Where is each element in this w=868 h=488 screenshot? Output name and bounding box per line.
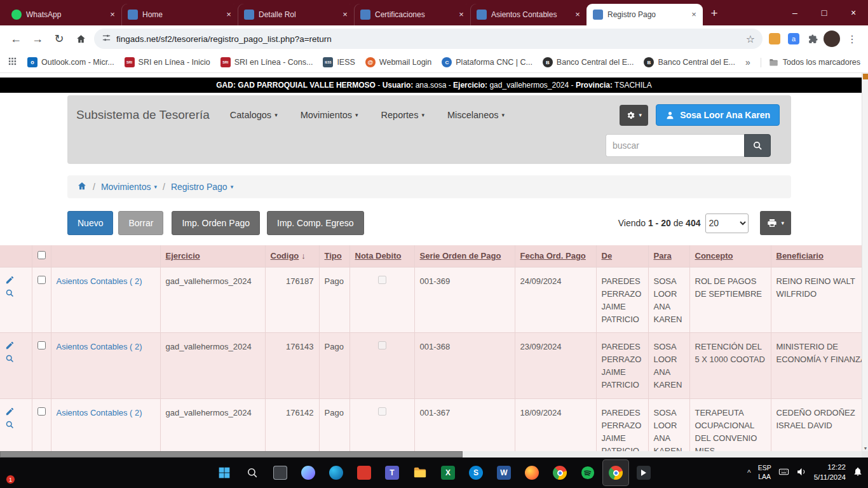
tab-whatsapp[interactable]: WhatsApp × (5, 4, 121, 25)
extension-gold-icon[interactable] (765, 29, 784, 48)
firefox-icon[interactable] (519, 459, 545, 486)
app-title[interactable]: Subsistema de Tesorería (76, 108, 210, 122)
sort-ejercicio[interactable]: Ejercicio (166, 251, 200, 261)
bookmark-star-icon[interactable]: ☆ (746, 33, 755, 45)
excel-icon[interactable]: X (435, 459, 461, 486)
file-explorer-icon[interactable] (407, 459, 433, 486)
browser-menu-icon[interactable]: ⋮ (841, 28, 863, 50)
chrome-active-icon[interactable] (602, 459, 629, 486)
row-checkbox[interactable] (37, 341, 46, 349)
imp-comp-egreso-button[interactable]: Imp. Comp. Egreso (267, 211, 364, 235)
sort-beneficiario[interactable]: Beneficiario (776, 251, 824, 261)
vertical-scrollbar[interactable]: ▼ (862, 73, 868, 451)
apps-grid-icon[interactable] (8, 57, 17, 68)
sort-para[interactable]: Para (654, 251, 672, 261)
tab-close-icon[interactable]: × (224, 10, 234, 20)
site-settings-icon[interactable] (102, 33, 111, 45)
chrome-icon[interactable] (546, 459, 573, 486)
all-bookmarks[interactable]: Todos los marcadores (761, 58, 860, 67)
vertical-scrollbar-thumb[interactable] (863, 74, 868, 79)
menu-catalogos[interactable]: Catalogos▾ (230, 110, 278, 120)
horizontal-scrollbar-thumb[interactable] (0, 451, 463, 458)
notifications-bell-icon[interactable] (853, 466, 863, 479)
select-all-checkbox[interactable] (37, 251, 46, 259)
bookmark-cnc[interactable]: CPlataforma CNC | C... (442, 57, 532, 67)
skype-icon[interactable]: S (463, 459, 489, 486)
language-indicator[interactable]: ESP LAA (758, 464, 771, 481)
settings-gear-button[interactable]: ▾ (620, 105, 649, 126)
breadcrumb-registro-pago[interactable]: Registro Pago▾ (171, 182, 233, 192)
page-size-select[interactable]: 20 (705, 214, 749, 233)
row-checkbox[interactable] (37, 276, 46, 284)
red-app-icon[interactable] (351, 459, 377, 486)
reload-button[interactable]: ↻ (48, 28, 70, 50)
maximize-button[interactable]: □ (810, 0, 839, 25)
minimize-button[interactable]: – (780, 0, 810, 25)
copilot-icon[interactable] (295, 459, 322, 486)
bookmark-sri-inicio[interactable]: SRISRI en Línea - Inicio (125, 57, 210, 67)
sort-codigo[interactable]: Codigo (271, 251, 299, 261)
tab-close-icon[interactable]: × (107, 10, 118, 20)
start-button[interactable] (211, 459, 238, 486)
clock[interactable]: 12:22 5/11/2024 (814, 463, 846, 482)
sort-serie[interactable]: Serie Orden de Pago (420, 251, 501, 261)
teams-icon[interactable]: T (379, 459, 405, 486)
tab-close-icon[interactable]: × (456, 10, 466, 20)
menu-reportes[interactable]: Reportes▾ (381, 110, 424, 120)
tab-detalle-rol[interactable]: Detalle Rol × (238, 4, 354, 25)
asientos-contables-link[interactable]: Asientos Contables ( 2) (57, 276, 142, 286)
back-button[interactable]: ← (5, 28, 27, 50)
sort-de[interactable]: De (602, 251, 613, 261)
user-account-button[interactable]: Sosa Loor Ana Karen (656, 104, 780, 126)
view-icon[interactable] (5, 420, 15, 433)
extensions-puzzle-icon[interactable] (803, 29, 822, 48)
taskbar-search-icon[interactable] (239, 459, 266, 486)
asientos-contables-link[interactable]: Asientos Contables ( 2) (57, 408, 142, 417)
sort-fecha[interactable]: Fecha Ord. Pago (520, 251, 586, 261)
view-icon[interactable] (5, 354, 15, 367)
menu-movimientos[interactable]: Movimientos▾ (301, 110, 358, 120)
word-icon[interactable]: W (491, 459, 517, 486)
tab-registro-pago-active[interactable]: Registro Pago × (587, 4, 703, 25)
tab-close-icon[interactable]: × (573, 10, 583, 20)
edit-icon[interactable] (5, 407, 15, 420)
bookmark-sri-consultas[interactable]: SRISRI en Línea - Cons... (220, 57, 313, 67)
task-view-icon[interactable] (267, 459, 294, 486)
tab-close-icon[interactable]: × (340, 10, 350, 20)
search-input[interactable] (606, 134, 744, 157)
tab-home[interactable]: Home × (121, 4, 238, 25)
bookmark-banco-central-1[interactable]: BBanco Central del E... (543, 57, 634, 67)
translate-icon[interactable]: a (784, 29, 803, 48)
bookmark-iess[interactable]: IESSIESS (323, 57, 355, 67)
forward-button[interactable]: → (27, 28, 48, 50)
imp-orden-pago-button[interactable]: Imp. Orden Pago (172, 211, 260, 235)
horizontal-scrollbar[interactable] (0, 451, 862, 458)
edit-icon[interactable] (5, 275, 15, 288)
tab-asientos-contables[interactable]: Asientos Contables × (470, 4, 587, 25)
bookmark-webmail[interactable]: @Webmail Login (365, 57, 431, 67)
edge-icon[interactable] (323, 459, 349, 486)
sort-nota-debito[interactable]: Nota Debito (355, 251, 402, 261)
print-button[interactable]: ▾ (760, 211, 791, 235)
url-text[interactable]: fingads.net/sf2/tesoreria/registro_pago_… (116, 34, 741, 44)
profile-avatar[interactable] (824, 30, 840, 47)
breadcrumb-home-icon[interactable] (77, 181, 87, 193)
sort-concepto[interactable]: Concepto (695, 251, 733, 261)
menu-miscelaneos[interactable]: Miscelaneos▾ (447, 110, 505, 120)
sort-tipo[interactable]: Tipo (325, 251, 342, 261)
borrar-button[interactable]: Borrar (118, 211, 163, 235)
scroll-down-arrow-icon[interactable]: ▼ (862, 446, 868, 451)
row-checkbox[interactable] (37, 407, 46, 416)
home-button[interactable] (70, 28, 92, 50)
bookmarks-overflow-icon[interactable]: » (745, 57, 750, 67)
touch-keyboard-icon[interactable] (778, 466, 789, 480)
breadcrumb-movimientos[interactable]: Movimientos▾ (101, 182, 157, 192)
tab-certificaciones[interactable]: Certificaciones × (354, 4, 470, 25)
tray-chevron-up-icon[interactable]: ^ (747, 468, 751, 477)
new-tab-button[interactable]: + (705, 4, 723, 22)
spotify-icon[interactable] (574, 459, 601, 486)
search-button[interactable] (744, 134, 771, 157)
media-player-icon[interactable] (630, 459, 657, 486)
bookmark-outlook[interactable]: oOutlook.com - Micr... (27, 57, 114, 67)
bookmark-banco-central-2[interactable]: BBanco Central del E... (644, 57, 735, 67)
